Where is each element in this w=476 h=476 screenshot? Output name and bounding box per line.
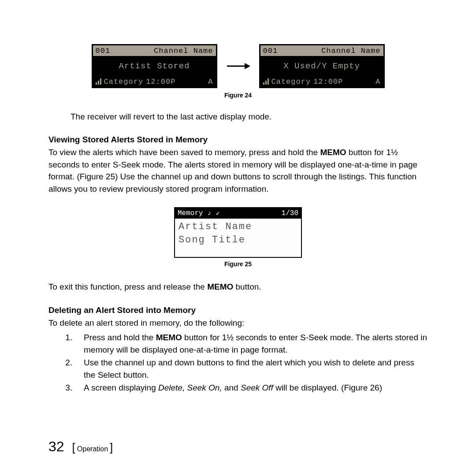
memory-line2: Song Title — [178, 234, 298, 247]
memo-label: MEMO — [156, 333, 182, 342]
bracket-open: [ — [72, 441, 75, 454]
lcd-left-top: 001 Channel Name — [93, 45, 216, 56]
note-icon: ♪ — [208, 210, 212, 217]
lcd-indicator: A — [376, 78, 380, 86]
page-number: 32 — [48, 439, 64, 455]
step3-text-c: will be displayed. (Figure 26) — [273, 383, 382, 392]
lcd-left-bot: Category 12:00P A — [93, 76, 216, 87]
lcd-right-bot: Category 12:00P A — [260, 76, 383, 87]
footer-label: Operation — [77, 445, 108, 453]
lcd-left: 001 Channel Name Artist Stored Category … — [92, 44, 217, 88]
memory-lcd: Memory ♪ ✓ 1/30 Artist Name Song Title — [174, 207, 302, 258]
revert-para: The receiver will revert to the last act… — [71, 112, 428, 122]
memory-lcd-top: Memory ♪ ✓ 1/30 — [175, 208, 301, 219]
bracket-close: ] — [110, 441, 113, 454]
lcd-left-mid: Artist Stored — [93, 56, 216, 76]
lcd-right-top: 001 Channel Name — [260, 45, 383, 56]
lcd-category: Category — [271, 78, 311, 86]
viewing-heading: Viewing Stored Alerts Stored in Memory — [48, 135, 428, 145]
step3-em2: Seek Off — [241, 383, 273, 392]
memo-label: MEMO — [320, 148, 346, 157]
step-3: A screen displaying Delete, Seek On, and… — [79, 382, 428, 394]
step3-em1: Delete, Seek On, — [158, 383, 222, 392]
lcd-right-mid: X Used/Y Empty — [260, 56, 383, 76]
step-2: Use the channel up and down buttons to f… — [79, 357, 428, 381]
step1-text-a: Press and hold the — [84, 333, 156, 342]
delete-heading: Deleting an Alert Stored into Memory — [48, 305, 428, 315]
step-1: Press and hold the MEMO button for 1½ se… — [79, 331, 428, 356]
lcd-channel-num: 001 — [263, 47, 278, 55]
lcd-time: 12:00P — [146, 78, 175, 86]
memory-lcd-body: Artist Name Song Title — [175, 219, 301, 257]
lcd-time: 12:00P — [313, 78, 343, 86]
memory-label: Memory — [178, 209, 203, 217]
memory-lcd-wrap: Memory ♪ ✓ 1/30 Artist Name Song Title — [48, 207, 428, 258]
svg-marker-1 — [245, 63, 250, 69]
viewing-text-1: To view the alerts which have been saved… — [48, 148, 320, 157]
figure-25-label: Figure 25 — [48, 260, 428, 268]
step3-text-a: A screen displaying — [84, 383, 158, 392]
footer-bracket-group: [Operation] — [71, 441, 115, 454]
lcd-screens-row: 001 Channel Name Artist Stored Category … — [48, 44, 428, 88]
delete-intro: To delete an alert stored in memory, do … — [48, 317, 428, 329]
memo-label: MEMO — [207, 282, 233, 291]
viewing-para: To view the alerts which have been saved… — [48, 146, 428, 195]
exit-text-2: button. — [233, 282, 261, 291]
memory-line1: Artist Name — [178, 220, 298, 234]
signal-icon — [263, 78, 269, 85]
memory-count: 1/30 — [282, 209, 298, 217]
check-icon: ✓ — [216, 209, 220, 218]
arrow-icon — [226, 62, 250, 71]
figure-24-label: Figure 24 — [48, 92, 428, 99]
exit-para: To exit this function, press and release… — [48, 281, 428, 293]
step3-text-b: and — [222, 383, 241, 392]
lcd-category: Category — [104, 78, 144, 86]
lcd-indicator: A — [208, 78, 213, 86]
delete-steps: Press and hold the MEMO button for 1½ se… — [79, 331, 428, 394]
lcd-channel-name: Channel Name — [154, 47, 213, 55]
signal-icon — [96, 78, 101, 85]
lcd-right: 001 Channel Name X Used/Y Empty Category… — [259, 44, 385, 88]
lcd-channel-num: 001 — [96, 47, 111, 55]
page-footer: 32 [Operation] — [48, 439, 115, 455]
exit-text-1: To exit this function, press and release… — [48, 282, 207, 291]
lcd-channel-name: Channel Name — [321, 47, 380, 55]
